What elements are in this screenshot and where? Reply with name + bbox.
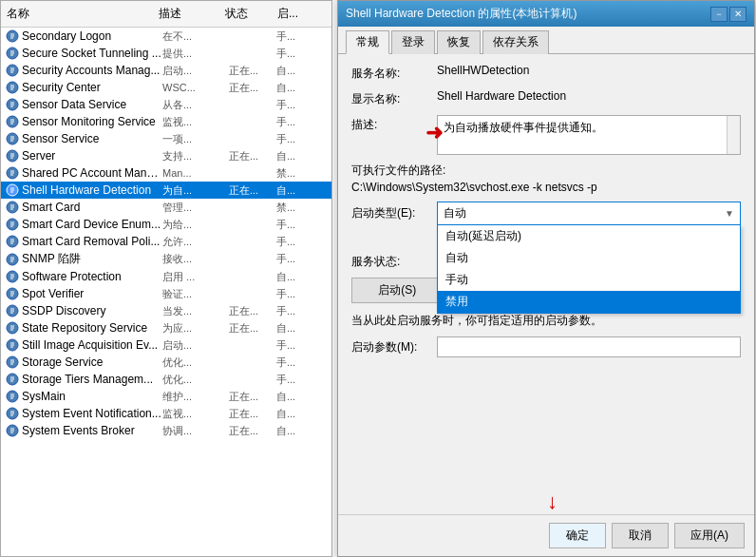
service-name: Storage Tiers Managem... (22, 373, 162, 386)
service-desc: 优化... (162, 355, 229, 370)
service-status: 正在... (229, 321, 276, 336)
service-row[interactable]: System Events Broker 协调... 正在... 自... (1, 422, 331, 439)
service-desc: 启动... (162, 64, 229, 78)
service-row[interactable]: Shell Hardware Detection 为自... 正在... 自..… (1, 182, 331, 199)
service-row[interactable]: Sensor Data Service 从各... 手... (1, 96, 331, 113)
minimize-button[interactable]: － (710, 7, 728, 22)
service-row[interactable]: Secure Socket Tunneling ... 提供... 手... (1, 45, 331, 62)
service-row[interactable]: Sensor Service 一项... 手... (1, 130, 331, 147)
service-row[interactable]: Shared PC Account Mana... Man... 禁... (1, 164, 331, 182)
service-desc: 维护... (162, 390, 229, 404)
service-name: Secondary Logon (22, 29, 162, 43)
service-row[interactable]: Smart Card Removal Poli... 允许... 手... (1, 233, 331, 250)
service-row[interactable]: Spot Verifier 验证... 手... (1, 285, 331, 302)
service-startup: 手... (276, 252, 329, 266)
service-icon (5, 372, 20, 387)
header-desc[interactable]: 描述 (153, 4, 219, 24)
service-desc: 协调... (162, 424, 229, 438)
service-desc: 验证... (162, 287, 229, 301)
service-row[interactable]: Secondary Logon 在不... 手... (1, 28, 331, 45)
service-startup: 自... (276, 270, 329, 284)
service-startup: 禁... (276, 166, 329, 181)
service-icon (5, 148, 20, 163)
services-header: 名称 描述 状态 启... (1, 1, 331, 28)
service-name: Secure Socket Tunneling ... (22, 47, 162, 60)
service-row[interactable]: Software Protection 启用 ... 自... (1, 268, 331, 285)
service-row[interactable]: Server 支持... 正在... 自... (1, 147, 331, 164)
header-startup[interactable]: 启... (272, 4, 324, 24)
desc-box: 为自动播放硬件事件提供通知。 (437, 115, 741, 155)
tab-依存关系[interactable]: 依存关系 (482, 30, 549, 54)
tab-恢复[interactable]: 恢复 (437, 30, 481, 54)
service-status: 正在... (229, 390, 276, 404)
dialog-title: Shell Hardware Detection 的属性(本地计算机) (346, 6, 576, 22)
footer-btn-应用(A)[interactable]: 应用(A) (674, 523, 745, 548)
footer-btn-确定[interactable]: 确定 (549, 523, 606, 548)
service-startup: 手... (276, 373, 329, 387)
service-row[interactable]: System Event Notification... 监视... 正在...… (1, 405, 331, 422)
service-row[interactable]: Still Image Acquisition Ev... 启动... 手... (1, 336, 331, 354)
param-input[interactable] (437, 336, 741, 357)
service-name: Smart Card Removal Poli... (22, 235, 162, 248)
dropdown-item-禁用[interactable]: 禁用 (438, 291, 740, 313)
service-icon (5, 234, 20, 249)
service-startup: 手... (276, 287, 329, 301)
service-row[interactable]: Storage Service 优化... 手... (1, 354, 331, 371)
service-name: Storage Service (22, 355, 162, 369)
service-icon (5, 286, 20, 301)
service-row[interactable]: Storage Tiers Managem... 优化... 手... (1, 371, 331, 388)
service-desc: 优化... (162, 373, 229, 387)
service-name: Software Protection (22, 270, 162, 283)
tab-常规[interactable]: 常规 (346, 30, 389, 54)
service-name: Shell Hardware Detection (22, 183, 162, 197)
service-startup: 自... (276, 390, 329, 404)
service-startup: 手... (276, 115, 329, 129)
service-icon (5, 46, 20, 61)
service-row[interactable]: Security Center WSC... 正在... 自... (1, 79, 331, 96)
dropdown-item-手动[interactable]: 手动 (438, 269, 740, 291)
service-row[interactable]: Sensor Monitoring Service 监视... 手... (1, 113, 331, 130)
service-status: 正在... (229, 149, 276, 163)
service-row[interactable]: SSDP Discovery 当发... 正在... 手... (1, 302, 331, 319)
tab-登录[interactable]: 登录 (391, 30, 435, 54)
service-row[interactable]: Security Accounts Manag... 启动... 正在... 自… (1, 62, 331, 79)
service-name: Smart Card Device Enum... (22, 218, 162, 231)
header-name[interactable]: 名称 (1, 4, 153, 24)
dropdown-item-自动(延迟启动)[interactable]: 自动(延迟启动) (438, 225, 740, 247)
display-name-label: 显示名称: (351, 89, 437, 107)
service-icon (5, 423, 20, 438)
service-startup: 手... (276, 218, 329, 232)
startup-current-value: 自动 (444, 205, 466, 221)
status-label: 服务状态: (351, 254, 437, 270)
service-desc: 从各... (162, 98, 229, 112)
service-startup: 禁... (276, 201, 329, 215)
service-startup: 自... (276, 81, 329, 95)
service-startup: 手... (276, 98, 329, 112)
service-desc: 为应... (162, 321, 229, 336)
dropdown-item-自动[interactable]: 自动 (438, 247, 740, 269)
action-btn-0[interactable]: 启动(S) (351, 278, 444, 303)
startup-dropdown[interactable]: 自动 ▼ (437, 202, 741, 225)
service-row[interactable]: SysMain 维护... 正在... 自... (1, 388, 331, 405)
service-startup: 手... (276, 355, 329, 370)
service-name: Shared PC Account Mana... (22, 166, 162, 180)
startup-dropdown-options[interactable]: 自动(延迟启动)自动手动禁用 (437, 225, 741, 314)
service-name: Sensor Data Service (22, 98, 162, 111)
service-name-label: 服务名称: (351, 64, 437, 82)
service-row[interactable]: SNMP 陷阱 接收... 手... (1, 250, 331, 268)
desc-label: 描述: (351, 115, 437, 133)
close-button[interactable]: ✕ (729, 7, 747, 22)
footer-btn-取消[interactable]: 取消 (612, 523, 669, 548)
param-label: 启动参数(M): (351, 339, 437, 355)
service-row[interactable]: Smart Card Device Enum... 为给... 手... (1, 216, 331, 233)
service-row[interactable]: State Repository Service 为应... 正在... 自..… (1, 319, 331, 336)
service-row[interactable]: Smart Card 管理... 禁... (1, 199, 331, 216)
header-status[interactable]: 状态 (219, 4, 272, 24)
service-icon (5, 355, 20, 370)
service-icon (5, 97, 20, 112)
desc-scrollbar[interactable] (727, 116, 740, 154)
service-status: 正在... (229, 304, 276, 318)
dialog-footer: 确定取消应用(A) (338, 514, 754, 556)
service-icon (5, 131, 20, 146)
service-name: Security Accounts Manag... (22, 64, 162, 77)
